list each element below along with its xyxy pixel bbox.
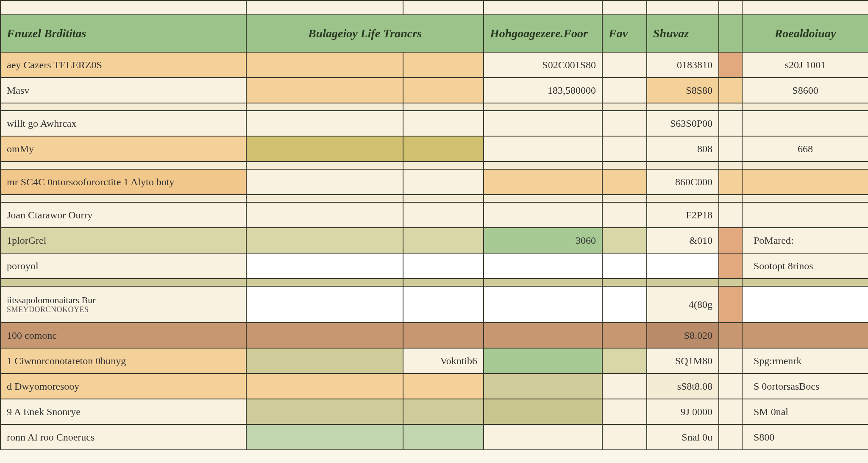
cell[interactable] [246,169,403,195]
cell-label[interactable]: ronn Al roo Cnoerucs [0,424,246,450]
cell[interactable] [719,78,742,103]
cell[interactable] [484,202,602,228]
cell[interactable] [742,202,868,228]
cell-value[interactable]: 808 [647,136,719,162]
cell-value[interactable]: F2P18 [647,202,719,228]
cell[interactable] [602,111,647,136]
cell-value[interactable]: S 0ortorsasBocs [742,374,868,399]
col-header-c4[interactable]: Fav [602,15,647,52]
cell[interactable] [602,228,647,253]
cell[interactable] [484,136,602,162]
cell[interactable] [403,111,484,136]
cell[interactable] [719,136,742,162]
cell[interactable] [246,286,403,323]
cell-value[interactable]: 3060 [484,228,602,253]
cell[interactable] [403,286,484,323]
cell[interactable] [484,169,602,195]
cell[interactable] [403,323,484,348]
cell-label[interactable]: 1plorGrel [0,228,246,253]
cell[interactable] [719,323,742,348]
cell[interactable] [484,286,602,323]
cell-value[interactable]: SM 0nal [742,399,868,424]
cell-label[interactable]: mr SC4C 0ntorsoofororctite 1 Alyto boty [0,169,246,195]
cell[interactable] [403,253,484,279]
cell[interactable] [403,169,484,195]
cell-value[interactable]: &010 [647,228,719,253]
cell-value[interactable]: S8.020 [647,323,719,348]
cell[interactable] [719,52,742,78]
cell[interactable] [647,253,719,279]
cell-label[interactable]: Masv [0,78,246,103]
col-header-c5[interactable]: Shuvaz [647,15,719,52]
cell[interactable] [403,399,484,424]
cell[interactable] [602,348,647,374]
cell-value[interactable]: PoMared: [742,228,868,253]
cell[interactable] [484,111,602,136]
cell[interactable] [484,348,602,374]
col-header-c3[interactable]: Hohgoagezere.Foor [484,15,602,52]
cell-label[interactable]: Joan Ctarawor Ourry [0,202,246,228]
cell-value[interactable]: Sootopt 8rinos [742,253,868,279]
col-header-c7[interactable]: Roealdoiuay [742,15,868,52]
cell[interactable] [403,136,484,162]
cell-value[interactable]: Snal 0u [647,424,719,450]
cell[interactable] [484,399,602,424]
cell[interactable] [602,52,647,78]
cell-value[interactable]: 860C000 [647,169,719,195]
cell[interactable] [484,323,602,348]
cell[interactable] [742,286,868,323]
col-header-label[interactable]: Fnuzel Brdititas [0,15,246,52]
cell[interactable] [602,374,647,399]
cell[interactable] [719,253,742,279]
cell-value[interactable]: S63S0P00 [647,111,719,136]
cell[interactable] [246,111,403,136]
cell-value[interactable]: s20J 1001 [742,52,868,78]
cell[interactable] [602,253,647,279]
cell[interactable] [246,52,403,78]
cell[interactable] [742,323,868,348]
cell-label[interactable]: iitssapolomonaitars Bur SMEYDORCNOKOYES [0,286,246,323]
cell-value[interactable]: Spg:rmenrk [742,348,868,374]
cell-value[interactable]: 4(80g [647,286,719,323]
cell[interactable] [484,424,602,450]
cell-value[interactable]: 668 [742,136,868,162]
cell-label[interactable]: 100 comonc [0,323,246,348]
cell[interactable] [403,202,484,228]
cell[interactable] [719,424,742,450]
cell[interactable] [403,228,484,253]
cell[interactable] [602,323,647,348]
cell-label[interactable]: d Dwyomoresooy [0,374,246,399]
cell[interactable] [719,111,742,136]
cell[interactable] [602,286,647,323]
cell-value[interactable]: 0183810 [647,52,719,78]
cell-value[interactable]: SQ1M80 [647,348,719,374]
cell[interactable] [246,202,403,228]
cell[interactable] [246,136,403,162]
cell[interactable] [246,78,403,103]
cell-value[interactable]: sS8t8.08 [647,374,719,399]
cell[interactable] [246,253,403,279]
cell[interactable] [742,111,868,136]
cell[interactable] [602,78,647,103]
cell-label[interactable]: aey Cazers TELERZ0S [0,52,246,78]
col-header-budget[interactable]: Bulageioy Life Trancrs [246,15,484,52]
cell[interactable] [403,374,484,399]
cell[interactable] [246,323,403,348]
cell-label[interactable]: willt go Awhrcax [0,111,246,136]
cell[interactable] [719,399,742,424]
cell[interactable] [246,348,403,374]
cell[interactable] [719,374,742,399]
cell[interactable] [719,169,742,195]
cell[interactable] [602,169,647,195]
cell[interactable] [403,52,484,78]
cell[interactable] [403,424,484,450]
cell[interactable] [719,228,742,253]
cell-label[interactable]: 1 Ciwnorconotareton 0bunyg [0,348,246,374]
cell[interactable] [602,424,647,450]
cell[interactable] [246,374,403,399]
cell-label[interactable]: 9 A Enek Snonrye [0,399,246,424]
cell[interactable] [602,202,647,228]
col-header-blank[interactable] [719,15,742,52]
cell-label[interactable]: poroyol [0,253,246,279]
cell[interactable] [484,253,602,279]
